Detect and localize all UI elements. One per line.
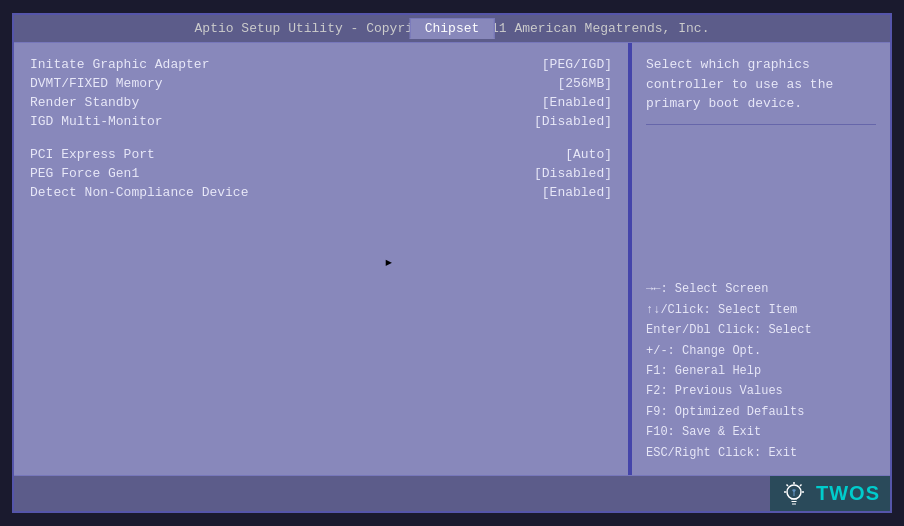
hint-esc: ESC/Right Click: Exit [646, 443, 876, 463]
settings-row-6[interactable]: Detect Non-Compliance Device [Enabled] [30, 183, 612, 202]
hint-f1: F1: General Help [646, 361, 876, 381]
settings-group-2: PCI Express Port [Auto] PEG Force Gen1 [… [30, 145, 612, 202]
hint-f10: F10: Save & Exit [646, 422, 876, 442]
hint-select-screen: →←: Select Screen [646, 279, 876, 299]
watermark: TWOS [770, 476, 890, 511]
footer: TWOS [14, 475, 890, 511]
label-igd-multi: IGD Multi-Monitor [30, 114, 163, 129]
key-hints: →←: Select Screen ↑↓/Click: Select Item … [646, 279, 876, 463]
value-pci-express: [Auto] [565, 147, 612, 162]
label-initiate-graphic: Initate Graphic Adapter [30, 57, 209, 72]
settings-row-3[interactable]: IGD Multi-Monitor [Disabled] [30, 112, 612, 131]
left-panel: Initate Graphic Adapter [PEG/IGD] DVMT/F… [14, 43, 630, 475]
svg-line-2 [800, 484, 802, 486]
label-peg-force: PEG Force Gen1 [30, 166, 139, 181]
value-dvmt: [256MB] [557, 76, 612, 91]
hint-f2: F2: Previous Values [646, 381, 876, 401]
value-initiate-graphic: [PEG/IGD] [542, 57, 612, 72]
right-panel: Select which graphics controller to use … [630, 43, 890, 475]
settings-row-1[interactable]: DVMT/FIXED Memory [256MB] [30, 74, 612, 93]
help-description: Select which graphics controller to use … [646, 55, 876, 125]
hint-select-item: ↑↓/Click: Select Item [646, 300, 876, 320]
value-render-standby: [Enabled] [542, 95, 612, 110]
value-peg-force: [Disabled] [534, 166, 612, 181]
hint-f9: F9: Optimized Defaults [646, 402, 876, 422]
settings-row-0[interactable]: Initate Graphic Adapter [PEG/IGD] [30, 55, 612, 74]
settings-group-1: Initate Graphic Adapter [PEG/IGD] DVMT/F… [30, 55, 612, 131]
hint-select: Enter/Dbl Click: Select [646, 320, 876, 340]
label-pci-express: PCI Express Port [30, 147, 155, 162]
watermark-text: TWOS [816, 482, 880, 505]
bios-screen: Aptio Setup Utility - Copyright (C) 2011… [12, 13, 892, 513]
main-area: Initate Graphic Adapter [PEG/IGD] DVMT/F… [14, 43, 890, 475]
settings-row-5[interactable]: PEG Force Gen1 [Disabled] [30, 164, 612, 183]
bios-header: Aptio Setup Utility - Copyright (C) 2011… [14, 15, 890, 43]
label-dvmt: DVMT/FIXED Memory [30, 76, 163, 91]
label-render-standby: Render Standby [30, 95, 139, 110]
hint-change-opt: +/-: Change Opt. [646, 341, 876, 361]
mouse-cursor [384, 252, 394, 266]
label-detect-noncompliance: Detect Non-Compliance Device [30, 185, 248, 200]
lightbulb-icon [780, 480, 808, 508]
value-detect-noncompliance: [Enabled] [542, 185, 612, 200]
tab-chipset[interactable]: Chipset [410, 18, 495, 39]
tab-bar: Chipset [410, 18, 495, 39]
svg-line-3 [787, 484, 789, 486]
value-igd-multi: [Disabled] [534, 114, 612, 129]
settings-row-4[interactable]: PCI Express Port [Auto] [30, 145, 612, 164]
settings-row-2[interactable]: Render Standby [Enabled] [30, 93, 612, 112]
